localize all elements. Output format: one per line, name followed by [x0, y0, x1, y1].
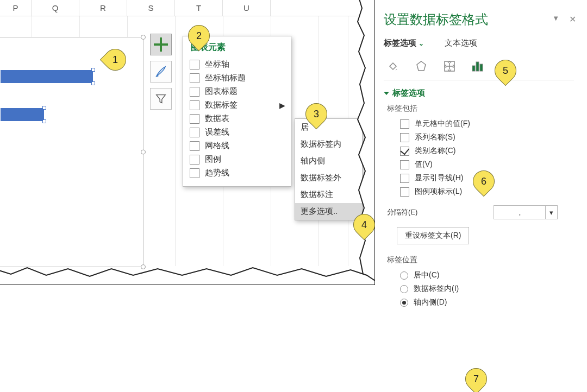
callout-4: 4	[353, 214, 375, 236]
svg-rect-4	[480, 64, 483, 71]
check-value[interactable]: 值(V)	[400, 160, 574, 169]
callout-7: 7	[465, 368, 487, 390]
submenu-item[interactable]: 数据标签外	[295, 169, 362, 186]
check-category-name[interactable]: 类别名称(C)	[400, 146, 574, 156]
label-includes: 标签包括	[387, 104, 574, 113]
col-header-u[interactable]: U	[223, 0, 271, 16]
col-header-r[interactable]: R	[79, 0, 127, 16]
check-series-name[interactable]: 系列名称(S)	[400, 132, 574, 142]
col-header-t[interactable]: T	[175, 0, 223, 16]
checkbox[interactable]	[190, 168, 199, 178]
label-position: 标签位置	[387, 255, 574, 265]
radio-inside-base[interactable]: 轴内侧(D)	[400, 298, 574, 307]
checkbox[interactable]	[400, 174, 409, 183]
size-properties-icon[interactable]	[441, 58, 458, 74]
ce-label: 数据表	[205, 113, 229, 124]
separator-combo[interactable]: , ▾	[494, 205, 558, 219]
ce-item-data-labels[interactable]: 数据标签 ▶	[189, 98, 286, 112]
column-headers: P Q R S T U	[0, 0, 372, 16]
chevron-right-icon[interactable]: ▶	[279, 101, 285, 110]
close-icon[interactable]: ✕	[569, 14, 576, 24]
radio[interactable]	[400, 285, 408, 293]
effects-icon[interactable]	[413, 58, 429, 74]
submenu-item-more[interactable]: 更多选项..	[295, 203, 362, 220]
reset-label-text-button[interactable]: 重设标签文本(R)	[397, 227, 469, 244]
checkbox[interactable]	[400, 147, 409, 156]
chart-bar[interactable]	[1, 108, 44, 121]
separator-label: 分隔符(E)	[387, 207, 417, 217]
checkbox[interactable]	[190, 100, 199, 110]
checkbox[interactable]	[400, 119, 409, 129]
callout-1: 1	[104, 49, 126, 71]
callout-3: 3	[305, 103, 327, 125]
ce-item-trendline[interactable]: 趋势线	[189, 166, 286, 180]
svg-rect-3	[476, 62, 479, 71]
format-pane: 设置数据标签格式 ▼ ✕ 标签选项⌄ 文本选项 标签选项 标签包括 单元格中的值…	[374, 0, 586, 392]
checkbox[interactable]	[190, 73, 199, 83]
ce-item-data-table[interactable]: 数据表	[189, 112, 286, 125]
svg-rect-2	[472, 66, 475, 71]
checkbox[interactable]	[190, 128, 199, 137]
submenu-item[interactable]: 数据标签内	[295, 136, 362, 153]
chevron-down-icon[interactable]: ▾	[545, 206, 557, 219]
ce-label: 数据标签	[205, 100, 238, 110]
radio-inside-end[interactable]: 数据标签内(I)	[400, 284, 574, 294]
ce-label: 误差线	[205, 127, 229, 137]
section-label-options[interactable]: 标签选项	[384, 88, 574, 98]
radio[interactable]	[400, 299, 408, 307]
checkbox[interactable]	[190, 155, 199, 165]
col-header-p[interactable]: P	[0, 0, 32, 16]
selection-handle[interactable]	[141, 35, 146, 40]
checkbox[interactable]	[190, 114, 199, 124]
separator-row: 分隔符(E) , ▾	[387, 205, 574, 219]
callout-6: 6	[473, 170, 495, 192]
col-header-s[interactable]: S	[127, 0, 175, 16]
plus-icon	[154, 37, 168, 52]
ce-label: 趋势线	[205, 168, 229, 178]
check-value-from-cells[interactable]: 单元格中的值(F)	[400, 119, 574, 129]
submenu-item[interactable]: 轴内侧	[295, 153, 362, 169]
ce-label: 坐标轴	[205, 59, 229, 69]
radio[interactable]	[400, 271, 408, 280]
chart-elements-button[interactable]	[150, 34, 172, 55]
pane-tabs: 标签选项⌄ 文本选项	[384, 38, 574, 48]
chart-filter-button[interactable]	[150, 88, 172, 110]
chart-bar[interactable]	[1, 70, 93, 83]
brush-icon	[154, 65, 167, 78]
tab-label-options[interactable]: 标签选项⌄	[384, 38, 424, 48]
torn-edge	[0, 263, 375, 285]
checkbox[interactable]	[400, 133, 409, 142]
svg-marker-0	[417, 61, 426, 71]
checkbox[interactable]	[400, 160, 409, 169]
col-header-q[interactable]: Q	[32, 0, 79, 16]
funnel-icon	[155, 93, 167, 105]
callout-5: 5	[495, 60, 516, 81]
checkbox[interactable]	[190, 87, 199, 97]
pane-title: 设置数据标签格式	[384, 11, 574, 28]
ce-item-gridlines[interactable]: 网格线	[189, 139, 286, 153]
ce-item-legend[interactable]: 图例	[189, 153, 286, 166]
checkbox[interactable]	[400, 187, 409, 197]
checkbox[interactable]	[190, 60, 199, 69]
ce-item-axes[interactable]: 坐标轴	[189, 58, 286, 71]
ce-label: 网格线	[205, 141, 229, 151]
pane-icon-tabs	[384, 56, 574, 80]
chart-styles-button[interactable]	[150, 61, 172, 83]
tab-text-options[interactable]: 文本选项	[445, 38, 477, 48]
ce-label: 坐标轴标题	[205, 73, 246, 83]
ce-label: 图表标题	[205, 86, 238, 97]
ce-item-error-bars[interactable]: 误差线	[189, 125, 286, 139]
ce-item-axis-titles[interactable]: 坐标轴标题	[189, 71, 286, 85]
chevron-down-icon[interactable]: ▼	[552, 14, 559, 24]
ce-item-chart-title[interactable]: 图表标题	[189, 85, 286, 98]
fill-icon[interactable]	[385, 58, 401, 74]
ce-label: 图例	[205, 154, 221, 165]
submenu-item[interactable]: 数据标注	[295, 186, 362, 203]
selection-handle[interactable]	[141, 150, 146, 155]
chart-object[interactable]	[0, 37, 143, 267]
data-labels-submenu: 居 数据标签内 轴内侧 数据标签外 数据标注 更多选项..	[295, 118, 363, 220]
checkbox[interactable]	[190, 141, 199, 151]
label-options-icon[interactable]	[470, 58, 486, 74]
radio-center[interactable]: 居中(C)	[400, 270, 574, 280]
callout-2: 2	[188, 25, 210, 47]
